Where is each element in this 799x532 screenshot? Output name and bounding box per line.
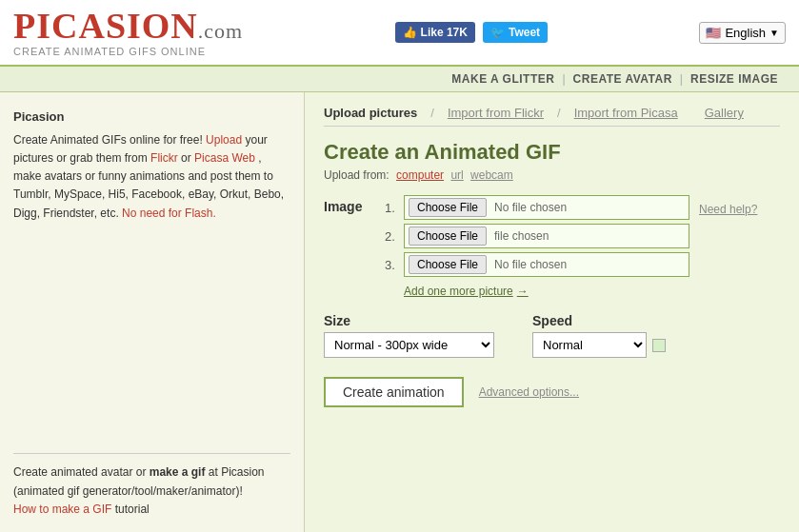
size-label: Size [324,313,494,328]
file-input-wrapper-1: Choose File No file chosen [404,195,689,220]
sidebar-description: Create Animated GIFs online for free! Up… [13,131,290,223]
speed-checkbox[interactable] [652,339,666,352]
file-inputs: 1. Choose File No file chosen Need help?… [385,195,780,298]
speed-select[interactable]: Normal Slow Fast Very fast [532,332,647,358]
nav-resize-image[interactable]: RESIZE IMAGE [683,72,786,86]
tab-import-picasa[interactable]: Import from Picasa [574,106,678,120]
tabs: Upload pictures / Import from Flickr / I… [324,106,780,127]
tweet-label: Tweet [509,26,540,39]
file-row-num-1: 1. [385,201,398,215]
add-more-label: Add one more picture [404,285,513,298]
language-selector-area: 🇺🇸 English ▼ [699,22,786,44]
language-label: English [725,26,766,40]
language-selector[interactable]: 🇺🇸 English ▼ [699,22,786,44]
flag-icon: 🇺🇸 [706,26,721,40]
file-row-num-2: 2. [385,229,398,244]
tweet-button[interactable]: 🐦 Tweet [483,22,548,43]
file-status-3: No file chosen [494,258,567,271]
sidebar-text3: or [181,151,194,165]
speed-label: Speed [532,313,666,328]
logo-tagline: CREATE ANIMATED GIFS ONLINE [13,46,243,57]
fb-icon: 👍 [403,26,417,39]
logo-area: PICASION.com CREATE ANIMATED GIFS ONLINE [13,8,243,57]
speed-section: Speed Normal Slow Fast Very fast [532,313,666,358]
sidebar-text1: Create Animated GIFs online for free! [13,133,203,147]
image-section: Image 1. Choose File No file chosen Need… [324,195,780,298]
need-help-link[interactable]: Need help? [699,203,757,216]
tab-import-flickr[interactable]: Import from Flickr [448,106,544,120]
logo-text: PICASION [13,6,198,46]
file-status-1: No file chosen [494,201,567,214]
choose-file-btn-2[interactable]: Choose File [409,227,487,246]
size-select[interactable]: Normal - 300px wide Small - 160px wide M… [324,332,494,358]
sidebar-title: Picasion [13,108,290,128]
sidebar-top: Picasion Create Animated GIFs online for… [13,108,290,223]
upload-from-row: Upload from: computer url webcam [324,168,780,182]
sidebar-no-flash: No need for Flash. [122,207,216,220]
nav-make-glitter[interactable]: MAKE A GLITTER [444,72,562,86]
tab-gallery[interactable]: Gallery [705,106,744,120]
main-layout: Picasion Create Animated GIFs online for… [0,92,799,532]
file-status-2: file chosen [494,229,549,243]
logo: PICASION.com [13,8,243,44]
create-row: Create animation Advanced options... [324,377,780,407]
fb-label: Like 17K [421,26,468,39]
upload-source-url[interactable]: url [450,168,463,182]
upload-source-computer[interactable]: computer [396,168,444,182]
sidebar: Picasion Create Animated GIFs online for… [0,92,305,532]
file-row-2: 2. Choose File file chosen [385,224,780,248]
sidebar-flickr-link[interactable]: Flickr [150,151,178,165]
header: PICASION.com CREATE ANIMATED GIFS ONLINE… [0,0,799,67]
twitter-icon: 🐦 [490,26,505,39]
file-input-wrapper-2: Choose File file chosen [404,224,689,248]
tab-sep-2: / [557,106,561,120]
sidebar-how-to-link[interactable]: How to make a GIF [13,502,111,516]
sidebar-upload-link[interactable]: Upload [206,133,242,147]
tab-sep-1: / [430,106,434,120]
size-speed-row: Size Normal - 300px wide Small - 160px w… [324,313,780,358]
file-row-3: 3. Choose File No file chosen [385,252,780,277]
page-title: Create an Animated GIF [324,140,780,165]
image-label: Image [324,199,371,214]
arrow-icon: → [517,285,529,298]
choose-file-btn-1[interactable]: Choose File [409,198,487,217]
speed-row: Normal Slow Fast Very fast [532,332,666,358]
add-more-picture-link[interactable]: Add one more picture → [404,285,529,298]
file-row-1: 1. Choose File No file chosen Need help? [385,195,780,220]
tab-upload-pictures[interactable]: Upload pictures [324,106,417,120]
facebook-like-button[interactable]: 👍 Like 17K [395,22,475,43]
sidebar-picasa-link[interactable]: Picasa Web [194,151,255,165]
nav-create-avatar[interactable]: CREATE AVATAR [566,72,680,86]
upload-source-webcam[interactable]: webcam [470,168,513,182]
create-animation-button[interactable]: Create animation [324,377,464,407]
size-section: Size Normal - 300px wide Small - 160px w… [324,313,494,358]
sidebar-tutorial-label: tutorial [115,502,150,516]
advanced-options-link[interactable]: Advanced options... [479,385,579,399]
logo-dotcom: .com [198,19,243,43]
file-row-num-3: 3. [385,258,398,272]
upload-from-label: Upload from: [324,168,390,182]
sidebar-bottom: Create animated avatar or make a gif at … [13,453,290,519]
chevron-down-icon: ▼ [769,28,779,38]
sidebar-bold: make a gif [150,465,206,479]
content-area: Upload pictures / Import from Flickr / I… [305,92,799,532]
navbar: MAKE A GLITTER | CREATE AVATAR | RESIZE … [0,67,799,92]
choose-file-btn-3[interactable]: Choose File [409,255,487,274]
social-buttons: 👍 Like 17K 🐦 Tweet [395,22,548,43]
sidebar-bottom-text1: Create animated avatar or [13,465,150,479]
file-input-wrapper-3: Choose File No file chosen [404,252,689,277]
